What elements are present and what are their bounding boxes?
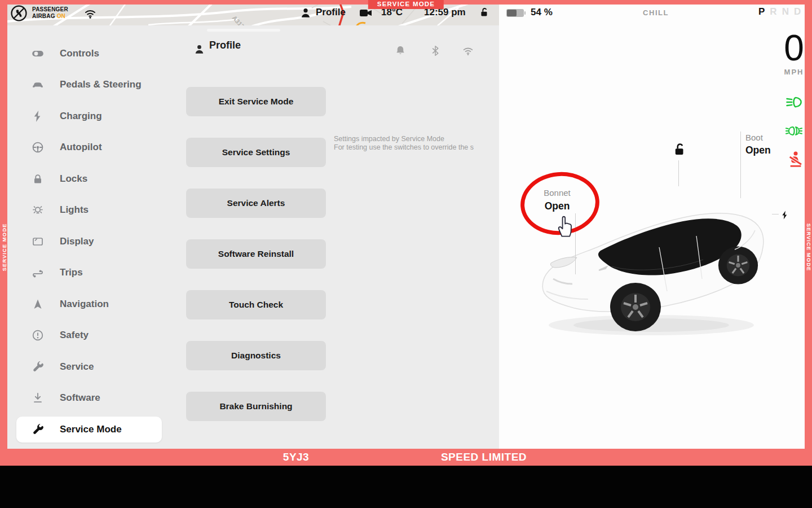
driver-profile-label[interactable]: Profile <box>316 7 346 18</box>
passenger-airbag-icon <box>10 5 28 22</box>
sidebar-item-service[interactable]: Service <box>16 354 162 380</box>
service-menu-panel: Controls Pedals & Steering Charging Auto… <box>7 25 499 449</box>
light-bulb-icon <box>31 203 45 217</box>
diagnostics-button[interactable]: Diagnostics <box>186 341 326 370</box>
service-mode-top-banner: SERVICE MODE <box>368 0 444 9</box>
sidebar-item-safety[interactable]: Safety <box>16 322 162 348</box>
wrench-icon <box>31 423 45 436</box>
fog-light-icon <box>783 123 805 141</box>
sidebar-item-software[interactable]: Software <box>16 385 162 411</box>
speed-unit: MPH <box>776 68 805 76</box>
page-title: Profile <box>209 40 241 51</box>
service-mode-left-strip: SERVICE MODE <box>0 5 7 449</box>
speed-value: 0 <box>776 27 805 69</box>
passenger-airbag-label: PASSENGER AIRBAG ON <box>32 6 68 20</box>
exit-service-mode-button[interactable]: Exit Service Mode <box>186 87 326 116</box>
profile-section-icon <box>193 43 205 58</box>
driver-profile-icon[interactable] <box>299 7 312 19</box>
alert-circle-icon <box>31 329 45 342</box>
toggle-icon <box>31 47 45 60</box>
unlocked-icon[interactable] <box>478 6 490 19</box>
dashcam-icon[interactable] <box>359 7 373 19</box>
vin-prefix: 5YJ3 <box>251 451 341 463</box>
sidebar-item-lights[interactable]: Lights <box>16 197 162 223</box>
sidebar-item-pedals-steering[interactable]: Pedals & Steering <box>16 72 162 98</box>
bluetooth-icon[interactable] <box>429 45 442 59</box>
battery-percent: 54 % <box>531 7 553 18</box>
gear-d: D <box>794 6 801 17</box>
sidebar-item-trips[interactable]: Trips <box>16 260 162 286</box>
lock-icon <box>31 172 45 186</box>
acceleration-mode: CHILL <box>633 8 679 17</box>
service-mode-bottom-banner: 5YJ3 SPEED LIMITED <box>0 449 812 466</box>
service-alerts-button[interactable]: Service Alerts <box>186 189 326 218</box>
wrench-icon <box>31 360 45 374</box>
service-settings-button[interactable]: Service Settings <box>186 138 326 167</box>
touch-check-button[interactable]: Touch Check <box>186 290 326 319</box>
service-mode-right-strip: SERVICE MODE <box>805 5 812 449</box>
airbag-state: ON <box>57 13 65 19</box>
notifications-bell-icon[interactable] <box>394 45 407 59</box>
steering-wheel-icon <box>31 141 45 154</box>
sidebar-item-autopilot[interactable]: Autopilot <box>16 134 162 160</box>
app-dock: HI FM 18.0 <box>0 466 812 508</box>
navigation-arrow-icon <box>31 297 45 311</box>
low-beam-headlight-icon <box>784 94 804 113</box>
car-icon <box>31 78 45 91</box>
boot-state[interactable]: Open <box>745 144 771 156</box>
bolt-icon <box>31 110 45 123</box>
scroll-indicator <box>207 29 280 32</box>
seatbelt-warning-icon <box>788 150 804 170</box>
sidebar-item-navigation[interactable]: Navigation <box>16 291 162 317</box>
download-icon <box>31 391 45 405</box>
route-icon <box>31 266 45 279</box>
brake-burnishing-button[interactable]: Brake Burnishing <box>186 392 326 421</box>
charge-port-tick <box>772 214 779 214</box>
unlocked-icon <box>670 141 687 160</box>
display-icon <box>31 235 45 248</box>
wifi-icon[interactable] <box>462 45 474 59</box>
tesla-touchscreen: SERVICE MODE SERVICE MODE SERVICE MODE 5… <box>0 0 812 508</box>
gear-r: R <box>770 6 776 17</box>
sidebar-item-locks[interactable]: Locks <box>16 166 162 192</box>
sidebar-item-charging[interactable]: Charging <box>16 103 162 129</box>
sidebar-item-controls[interactable]: Controls <box>16 41 162 67</box>
software-reinstall-button[interactable]: Software Reinstall <box>186 239 326 269</box>
cursor-pointer-icon <box>553 212 576 240</box>
service-settings-note: Settings impacted by Service Mode For te… <box>334 135 499 152</box>
lock-leader-line <box>678 160 679 186</box>
battery-icon <box>506 9 524 17</box>
vehicle-status-panel: 0 MPH <box>499 5 805 449</box>
boot-leader-line <box>740 132 741 198</box>
gear-p: P <box>758 6 765 17</box>
charge-port-bolt-icon[interactable] <box>780 208 790 225</box>
sidebar-item-service-mode[interactable]: Service Mode <box>16 417 162 443</box>
speed-limited-warning: SPEED LIMITED <box>416 451 551 463</box>
sidebar-item-display[interactable]: Display <box>16 229 162 255</box>
gear-n: N <box>782 6 789 17</box>
boot-label[interactable]: Boot <box>745 133 763 142</box>
wifi-icon[interactable] <box>83 7 97 20</box>
gear-indicator: PRND <box>753 6 801 17</box>
